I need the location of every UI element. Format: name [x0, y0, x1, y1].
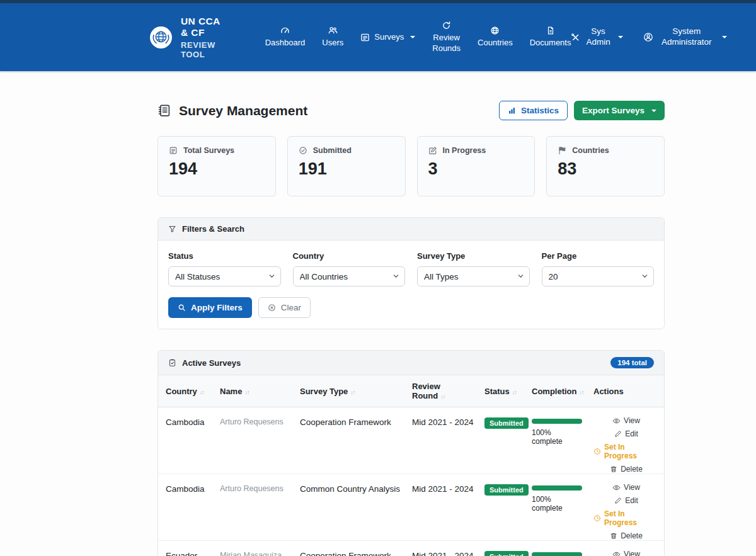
cell-name: Mirian Masaquiza [215, 541, 295, 556]
eye-icon [612, 417, 621, 425]
export-surveys-button[interactable]: Export Surveys [574, 101, 665, 120]
caret-down-icon [651, 110, 656, 112]
stat-label: Total Surveys [183, 146, 234, 155]
set-in-progress-action[interactable]: Set In Progress [593, 509, 659, 527]
apply-filters-button[interactable]: Apply Filters [168, 297, 252, 318]
cell-review-round: Mid 2021 - 2024 [407, 474, 479, 541]
progress-bar [532, 485, 582, 491]
survey-type-filter-label: Survey Type [417, 251, 530, 261]
main-content: Survey Management Statistics Export Surv… [158, 71, 665, 556]
trash-icon [610, 465, 617, 473]
filters-panel: Filters & Search Status All Statuses [158, 217, 665, 329]
statistics-button[interactable]: Statistics [499, 101, 568, 120]
check-circle-icon [299, 146, 307, 155]
delete-action[interactable]: Delete [610, 465, 643, 474]
sort-icon: ↓↑ [244, 389, 249, 395]
statistics-button-label: Statistics [521, 106, 559, 115]
flag-icon [558, 146, 566, 155]
brand[interactable]: UN CCA & CF REVIEW TOOL [149, 16, 229, 59]
surveys-panel: Active Surveys 194 total Country↓↑ Name↓… [158, 350, 665, 556]
clock-icon [593, 514, 601, 522]
total-count-badge: 194 total [610, 357, 654, 368]
page-title: Survey Management [158, 103, 307, 118]
nav-account[interactable]: System Administrator [643, 26, 727, 48]
edit-action[interactable]: Edit [614, 429, 638, 438]
clear-filters-label: Clear [281, 303, 301, 312]
nav-surveys[interactable]: Surveys [360, 32, 415, 42]
filter-buttons: Apply Filters Clear [168, 297, 654, 318]
filters-panel-header: Filters & Search [158, 218, 664, 241]
survey-card-icon [360, 33, 370, 42]
main-nav: Dashboard Users Surveys [265, 21, 571, 54]
cell-review-round: Mid 2021 - 2024 [407, 541, 479, 556]
eye-icon [612, 484, 621, 492]
speedometer-icon [280, 26, 290, 35]
navbar: UN CCA & CF REVIEW TOOL Dashboard Users [0, 3, 756, 71]
country-select[interactable]: All Countries [293, 266, 406, 287]
stat-card-countries: Countries 83 [546, 136, 665, 196]
nav-dashboard[interactable]: Dashboard [265, 26, 306, 48]
completion-text: 100% complete [532, 495, 583, 513]
sort-icon: ↓↑ [350, 389, 355, 395]
set-in-progress-action[interactable]: Set In Progress [593, 443, 659, 460]
cell-status: Submitted [479, 407, 527, 474]
progress-bar [532, 552, 582, 556]
nav-review-rounds[interactable]: Review Rounds [432, 21, 461, 54]
stat-label: In Progress [443, 146, 486, 155]
survey-type-select[interactable]: All Types [417, 266, 530, 287]
column-completion[interactable]: Completion↓↑ [527, 375, 588, 407]
stat-value: 194 [169, 159, 265, 179]
per-page-select[interactable]: 20 [542, 266, 655, 287]
brand-line1: UN CCA & CF [181, 16, 229, 38]
column-survey-type[interactable]: Survey Type↓↑ [295, 375, 407, 407]
refresh-icon [442, 21, 451, 30]
progress-bar [532, 419, 582, 424]
view-action[interactable]: View [612, 550, 640, 556]
filter-per-page: Per Page 20 [542, 251, 655, 287]
column-country[interactable]: Country↓↑ [158, 375, 215, 407]
delete-action[interactable]: Delete [610, 531, 643, 540]
table-row: Ecuador Mirian Masaquiza Cooperation Fra… [158, 541, 664, 556]
filters-panel-title: Filters & Search [182, 224, 244, 234]
column-actions: Actions [588, 375, 664, 407]
clipboard-check-icon [168, 358, 176, 367]
nav-review-rounds-label: Review Rounds [432, 33, 461, 54]
status-select[interactable]: All Statuses [168, 266, 281, 287]
table-header-row: Country↓↑ Name↓↑ Survey Type↓↑ Review Ro… [158, 375, 664, 407]
nav-dashboard-label: Dashboard [265, 38, 306, 48]
cell-country: Ecuador [158, 541, 215, 556]
x-circle-icon [268, 304, 276, 312]
nav-countries[interactable]: Countries [478, 26, 513, 48]
nav-sys-admin[interactable]: Sys Admin [571, 26, 622, 48]
nav-users[interactable]: Users [322, 26, 343, 48]
cell-completion: 100% complete [527, 474, 588, 541]
export-surveys-button-label: Export Surveys [582, 106, 644, 115]
clear-filters-button[interactable]: Clear [258, 297, 311, 318]
column-review-round[interactable]: Review Round↓↑ [407, 375, 479, 407]
surveys-panel-title: Active Surveys [182, 358, 241, 368]
per-page-filter-label: Per Page [542, 251, 655, 261]
nav-surveys-label: Surveys [374, 32, 404, 42]
edit-action[interactable]: Edit [614, 496, 638, 505]
view-action[interactable]: View [612, 483, 640, 492]
sort-icon: ↓↑ [440, 394, 445, 400]
nav-documents[interactable]: Documents [530, 26, 571, 48]
stat-value: 3 [428, 159, 524, 179]
form-icon [169, 146, 178, 155]
column-name[interactable]: Name↓↑ [215, 375, 295, 407]
cell-review-round: Mid 2021 - 2024 [407, 407, 479, 474]
filter-country: Country All Countries [293, 251, 406, 287]
pencil-icon [614, 497, 622, 504]
person-circle-icon [643, 32, 653, 42]
stat-card-in-progress: In Progress 3 [417, 136, 536, 196]
column-status[interactable]: Status↓↑ [479, 375, 527, 407]
nav-users-label: Users [322, 38, 343, 48]
document-icon [546, 26, 555, 35]
bar-chart-icon [508, 106, 516, 115]
cell-completion: 100% complete [527, 407, 588, 474]
view-action[interactable]: View [612, 416, 640, 425]
trash-icon [610, 532, 617, 540]
cell-status: Submitted [479, 541, 527, 556]
cell-name: Arturo Requesens [215, 407, 295, 474]
stat-card-submitted: Submitted 191 [287, 136, 406, 196]
